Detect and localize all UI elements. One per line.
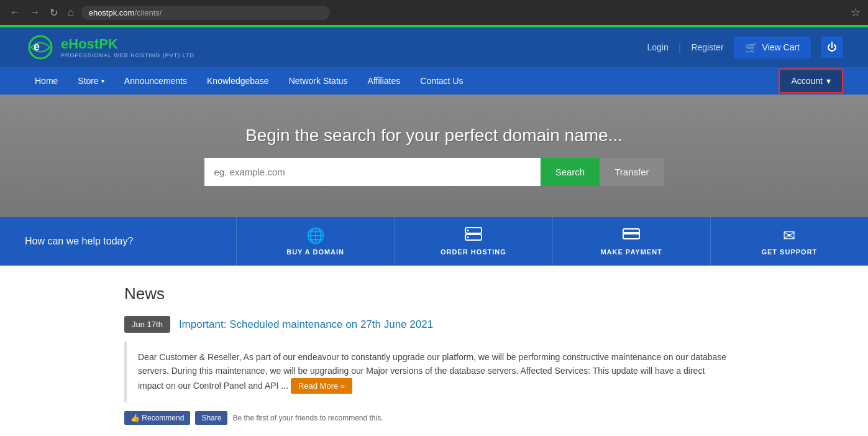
search-button[interactable]: Search (541, 158, 600, 186)
logo[interactable]: e eHostPK PROFESSIONAL WEB HOSTING (PVT)… (25, 35, 194, 60)
order-hosting-action[interactable]: ORDER HOSTING (394, 217, 552, 266)
nav-home[interactable]: Home (25, 67, 68, 95)
social-share-text: Be the first of your friends to recommen… (232, 414, 383, 422)
bookmark-icon[interactable]: ☆ (851, 6, 861, 19)
hero-section: Begin the search for your perfect domain… (0, 95, 868, 217)
transfer-button[interactable]: Transfer (600, 158, 664, 186)
news-date-badge: Jun 17th (124, 316, 170, 333)
home-button[interactable]: ⌂ (65, 4, 76, 21)
nav-announcements[interactable]: Announcements (114, 67, 197, 95)
order-hosting-label: ORDER HOSTING (441, 248, 506, 256)
get-support-label: GET SUPPORT (761, 248, 817, 256)
get-support-action[interactable]: ✉ GET SUPPORT (710, 217, 868, 266)
register-link[interactable]: Register (691, 42, 723, 52)
globe-icon: 🌐 (306, 227, 325, 244)
svg-rect-7 (623, 232, 639, 234)
buy-domain-action[interactable]: 🌐 BUY A DOMAIN (236, 217, 394, 266)
main-content: News Jun 17th Important: Scheduled maint… (0, 266, 868, 436)
login-link[interactable]: Login (647, 42, 668, 52)
logout-button[interactable]: ⏻ (821, 37, 843, 58)
make-payment-action[interactable]: MAKE PAYMENT (552, 217, 710, 266)
svg-point-0 (29, 36, 52, 58)
nav-bar: Home Store ▾ Announcements Knowledgebase… (0, 67, 868, 95)
hero-title: Begin the search for your perfect domain… (245, 126, 623, 146)
help-bar: How can we help today? 🌐 BUY A DOMAIN OR… (0, 217, 868, 266)
url-host: ehostpk.com (89, 8, 135, 17)
logo-icon: e (25, 35, 56, 60)
logo-text: eHostPK (61, 36, 118, 52)
payment-icon (623, 227, 640, 244)
site-header: e eHostPK PROFESSIONAL WEB HOSTING (PVT)… (0, 27, 868, 67)
address-bar[interactable]: ehostpk.com/clients/ (81, 6, 330, 20)
svg-point-4 (467, 230, 468, 231)
account-button[interactable]: Account ▾ (779, 68, 843, 93)
header-divider: | (678, 41, 682, 54)
read-more-button[interactable]: Read More » (291, 378, 352, 394)
news-body-text: Dear Customer & Reseller, As part of our… (138, 352, 726, 391)
logo-subtitle: PROFESSIONAL WEB HOSTING (PVT) LTD (61, 52, 194, 58)
news-body: Dear Customer & Reseller, As part of our… (124, 341, 744, 402)
svg-point-5 (467, 236, 468, 238)
reload-button[interactable]: ↻ (47, 4, 60, 21)
nav-contact-us[interactable]: Contact Us (410, 67, 473, 95)
forward-button[interactable]: → (27, 4, 42, 21)
buy-domain-label: BUY A DOMAIN (286, 248, 344, 256)
help-actions: 🌐 BUY A DOMAIN ORDER HOSTING MA (236, 217, 868, 266)
make-payment-label: MAKE PAYMENT (600, 248, 662, 256)
browser-chrome: ← → ↻ ⌂ ehostpk.com/clients/ ☆ (0, 0, 868, 25)
url-path: /clients/ (134, 8, 162, 17)
nav-knowledgebase[interactable]: Knowledgebase (197, 67, 279, 95)
svg-text:e: e (34, 40, 40, 53)
news-item-title-link[interactable]: Important: Scheduled maintenance on 27th… (179, 318, 433, 331)
store-dropdown-arrow: ▾ (101, 78, 104, 85)
back-button[interactable]: ← (7, 4, 22, 21)
nav-affiliates[interactable]: Affiliates (358, 67, 411, 95)
logout-icon: ⏻ (827, 42, 837, 52)
domain-search-input[interactable] (204, 158, 541, 186)
nav-network-status[interactable]: Network Status (279, 67, 358, 95)
envelope-icon: ✉ (783, 227, 795, 244)
social-row: 👍 Recommend Share Be the first of your f… (124, 411, 744, 425)
account-dropdown-arrow: ▾ (826, 76, 831, 86)
news-item: Jun 17th Important: Scheduled maintenanc… (124, 316, 744, 425)
view-cart-button[interactable]: 🛒 View Cart (734, 37, 811, 58)
fb-recommend-button[interactable]: 👍 Recommend (124, 411, 190, 425)
search-row: Search Transfer (204, 158, 664, 186)
header-actions: Login | Register 🛒 View Cart ⏻ (647, 37, 843, 58)
fb-share-button[interactable]: Share (195, 411, 227, 425)
nav-left: Home Store ▾ Announcements Knowledgebase… (25, 67, 473, 95)
news-section-title: News (124, 284, 744, 304)
help-text: How can we help today? (0, 217, 236, 266)
cart-icon: 🛒 (745, 42, 757, 53)
news-header-row: Jun 17th Important: Scheduled maintenanc… (124, 316, 744, 333)
nav-store[interactable]: Store ▾ (68, 67, 114, 95)
server-icon (465, 227, 482, 244)
